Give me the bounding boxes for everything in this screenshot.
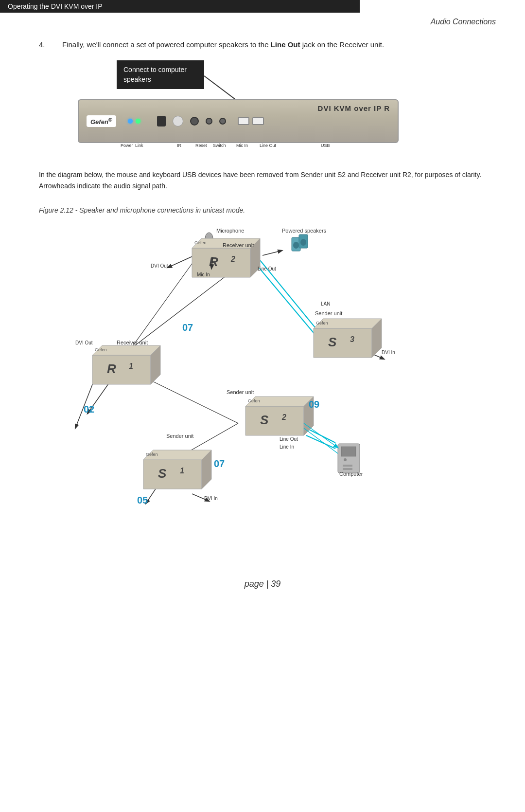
svg-text:LAN: LAN [321, 301, 330, 307]
svg-text:Receiver unit: Receiver unit [223, 242, 254, 248]
section-title: Audio Connections [0, 13, 525, 29]
svg-line-9 [262, 251, 282, 255]
line-out-jack [219, 118, 226, 125]
usb-group [238, 117, 264, 125]
svg-text:Line In: Line In [280, 444, 294, 450]
step-4-text: 4. Finally, we'll connect a set of power… [39, 39, 486, 51]
svg-line-85 [304, 423, 338, 448]
svg-text:07: 07 [182, 322, 193, 333]
svg-line-86 [304, 428, 338, 453]
header-bar-text: Operating the DVI KVM over IP [8, 2, 103, 10]
label-ir: IR [177, 143, 181, 148]
step-body: Finally, we'll connect a set of powered … [62, 39, 384, 51]
label-mic-in: Mic In [236, 143, 248, 148]
svg-text:Line Out: Line Out [258, 266, 276, 271]
svg-text:1: 1 [129, 362, 133, 370]
svg-marker-38 [92, 355, 151, 384]
svg-text:Computer: Computer [339, 471, 363, 477]
label-switch: Switch [213, 143, 226, 148]
step-number: 4. [39, 39, 52, 51]
svg-text:2: 2 [230, 255, 235, 263]
usb-port-1 [238, 117, 249, 125]
ir-port [157, 116, 166, 126]
svg-marker-50 [245, 406, 304, 435]
svg-text:02: 02 [84, 404, 94, 415]
header-bar: Operating the DVI KVM over IP [0, 0, 360, 13]
label-power: Power [121, 143, 133, 148]
svg-point-24 [293, 242, 299, 249]
page-footer: page | 39 [39, 564, 486, 599]
svg-text:09: 09 [309, 399, 319, 410]
svg-text:S: S [158, 466, 167, 481]
gefen-device: Gefen® [78, 99, 399, 153]
svg-point-26 [300, 239, 306, 246]
svg-text:Mic In: Mic In [197, 272, 210, 277]
switch-jack [190, 117, 199, 126]
svg-text:2: 2 [281, 413, 286, 421]
svg-text:Sender unit: Sender unit [227, 389, 254, 395]
svg-text:DVI In: DVI In [204, 496, 218, 501]
gefen-logo: Gefen® [87, 115, 116, 127]
led-group [128, 119, 140, 124]
svg-text:S: S [260, 413, 269, 427]
svg-text:3: 3 [350, 335, 354, 343]
svg-text:Gefen: Gefen [95, 347, 107, 352]
svg-text:DVI Out: DVI Out [75, 340, 93, 345]
svg-text:Line Out: Line Out [280, 436, 298, 442]
svg-text:Sender unit: Sender unit [315, 310, 342, 316]
svg-marker-56 [143, 460, 202, 489]
svg-rect-31 [343, 468, 352, 470]
device-section: Connect to computer speakers Gefen® [58, 60, 486, 158]
page-number: page | 39 [245, 579, 281, 589]
svg-text:Gefen: Gefen [146, 452, 158, 457]
svg-line-7 [253, 260, 316, 336]
svg-text:1: 1 [180, 467, 184, 475]
svg-text:Microphone: Microphone [216, 228, 244, 234]
device-title: DVI KVM over IP R [318, 104, 390, 112]
svg-text:Gefen: Gefen [316, 321, 328, 325]
svg-line-8 [260, 260, 322, 336]
mic-in-jack [206, 118, 212, 125]
led-link [136, 119, 140, 124]
svg-text:R: R [107, 361, 116, 376]
svg-line-6 [306, 435, 335, 449]
usb-port-2 [252, 117, 264, 125]
label-reset: Reset [195, 143, 207, 148]
figure-caption: Figure 2.12 - Speaker and microphone con… [39, 206, 486, 214]
svg-text:Gefen: Gefen [248, 398, 260, 403]
reset-button [173, 116, 183, 126]
svg-text:R: R [209, 254, 218, 269]
svg-text:07: 07 [214, 458, 225, 469]
svg-point-29 [344, 458, 347, 461]
svg-marker-44 [314, 328, 372, 358]
svg-text:Gefen: Gefen [194, 240, 207, 245]
callout-box: Connect to computer speakers [117, 60, 204, 89]
diagram-area: R 2 Gefen R 1 Gefen S 3 Gefen [39, 224, 486, 555]
svg-rect-28 [341, 447, 356, 456]
led-power [128, 119, 133, 124]
label-line-out: Line Out [260, 143, 276, 148]
svg-text:DVI In: DVI In [382, 350, 395, 355]
label-usb: USB [321, 143, 330, 148]
diagram-svg: R 2 Gefen R 1 Gefen S 3 Gefen [39, 224, 486, 555]
svg-text:Powered speakers: Powered speakers [282, 228, 327, 234]
port-labels-row: Power Link IR Reset Switch Mic In Line O… [78, 143, 399, 153]
svg-text:DVI Out: DVI Out [151, 263, 168, 269]
body-paragraph: In the diagram below, the mouse and keyb… [39, 169, 486, 192]
svg-text:Receiver unit: Receiver unit [117, 340, 148, 345]
svg-text:05: 05 [137, 495, 148, 505]
svg-text:Sender unit: Sender unit [166, 433, 193, 439]
label-link: Link [135, 143, 143, 148]
svg-rect-30 [343, 465, 352, 467]
svg-text:S: S [328, 335, 337, 349]
